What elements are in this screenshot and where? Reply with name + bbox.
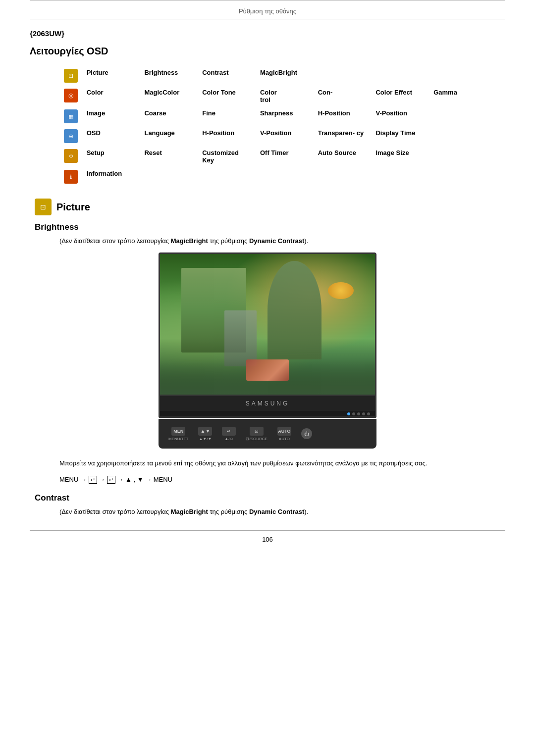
ctrl-source-symbol: ⊡ (255, 429, 259, 434)
monitor-image-container: SAMSUNG MEN MENU/TTT (30, 252, 505, 449)
ctrl-power-symbol: ⏻ (304, 431, 309, 437)
sub-brightness: Brightness (140, 66, 198, 86)
menu-label-picture: Picture (83, 66, 141, 86)
table-row: ◎ Color MagicColor Color Tone Colortrol … (59, 86, 487, 106)
enter-symbol1: ↵ (89, 476, 97, 484)
osd-icon-cell: ⊕ (59, 126, 83, 146)
tree-element2 (268, 261, 321, 359)
monitor-base-bottom (159, 411, 376, 418)
setup-icon-cell: ⚙ (59, 146, 83, 167)
setup-icon-symbol: ⚙ (69, 153, 73, 159)
sub-language: Language (140, 126, 198, 146)
picture-icon-cell: ⊡ (59, 66, 83, 86)
ctrl-arrows: ▲▼ ▲▼/▼ (198, 427, 212, 441)
picture-icon: ⊡ (64, 69, 78, 83)
monitor-screen-inner (160, 254, 375, 395)
menu-label-image: Image (83, 106, 141, 126)
picture-section-title: Picture (56, 202, 90, 213)
ctrl-enter: ↵ ▲/☺ (222, 427, 236, 441)
contrast-note: (Δεν διατίθεται στον τρόπο λειτουργίας M… (59, 508, 505, 515)
sub-transparency: Transparen- cy (314, 126, 372, 146)
image-icon-symbol: ▦ (68, 113, 73, 120)
ctrl-auto-label: AUTO (279, 437, 290, 441)
sub-reset: Reset (140, 146, 198, 167)
ctrl-power-shape: ⏻ (301, 428, 312, 439)
sub-con: Con- (314, 86, 372, 106)
enter-symbol2: ↵ (107, 476, 115, 484)
color-icon: ◎ (64, 89, 78, 102)
flowers-element (246, 359, 289, 381)
contrast-section: Contrast (Δεν διατίθεται στον τρόπο λειτ… (30, 493, 505, 515)
ctrl-menu: MEN MENU/TTT (168, 427, 188, 441)
picture-header: ⊡ Picture (35, 199, 505, 215)
sub-contrast: Contrast (198, 66, 256, 86)
table-row: ⚙ Setup Reset CustomizedKey Off Timer Au… (59, 146, 487, 167)
ctrl-auto: AUTO AUTO (277, 427, 291, 441)
model-number: {2063UW} (30, 29, 505, 38)
brightness-note: (Δεν διατίθεται στον τρόπο λειτουργίας M… (59, 237, 505, 245)
ctrl-enter-symbol: ↵ (227, 429, 231, 434)
ctrl-auto-shape: AUTO (277, 427, 291, 436)
menu-label-info: Information (83, 167, 141, 187)
table-row: ℹ Information (59, 167, 487, 187)
sub-sharpness: Sharpness (256, 106, 314, 126)
picture-section-icon-symbol: ⊡ (40, 203, 46, 211)
sub-osd-vpos: V-Position (256, 126, 314, 146)
contrast-title: Contrast (35, 493, 505, 503)
ctrl-menu-shape: MEN (171, 427, 185, 436)
menu-label-osd: OSD (83, 126, 141, 146)
osd-table: ⊡ Picture Brightness Contrast MagicBrigh… (59, 66, 487, 187)
ctrl-source-label: ⊡/SOURCE (246, 437, 267, 441)
ctrl-power: ⏻ (301, 428, 312, 439)
sub-hposition: H-Position (314, 106, 372, 126)
sub-empty2 (372, 66, 429, 86)
color-icon-symbol: ◎ (68, 92, 73, 99)
ctrl-menu-text: MEN (173, 429, 183, 434)
sub-empty1 (314, 66, 372, 86)
ctrl-enter-shape: ↵ (222, 427, 236, 436)
osd-icon: ⊕ (64, 129, 78, 143)
monitor-controls: MEN MENU/TTT ▲▼ ▲▼/▼ ↵ ▲/☺ (159, 419, 376, 449)
sub-magiccolor: MagicColor (140, 86, 198, 106)
color-icon-cell: ◎ (59, 86, 83, 106)
sub-displaytime: Display Time (372, 126, 429, 146)
ctrl-source: ⊡ ⊡/SOURCE (246, 427, 267, 441)
header-title: Ρύθμιση της οθόνης (30, 3, 505, 19)
picture-icon-symbol: ⊡ (68, 72, 73, 79)
sub-coloreffect: Color Effect (372, 86, 429, 106)
ctrl-enter-label: ▲/☺ (224, 437, 233, 441)
page-number: 106 (30, 531, 505, 548)
sub-customizedkey: CustomizedKey (198, 146, 256, 167)
magicbright-bold1: MagicBright (171, 237, 208, 245)
monitor-brand: SAMSUNG (246, 400, 290, 407)
yellow-ball (328, 282, 354, 299)
picture-section: ⊡ Picture Brightness (Δεν διατίθεται στο… (30, 199, 505, 515)
pagoda-element (224, 310, 257, 367)
sub-offtimer: Off Timer (256, 146, 314, 167)
monitor-dot1 (352, 412, 355, 415)
table-row: ▦ Image Coarse Fine Sharpness H-Position… (59, 106, 487, 126)
menu-path: MENU → ↵ → ↵ → ▲ , ▼ → MENU (59, 476, 505, 483)
monitor-dot-active (347, 412, 350, 415)
sub-imagesize: Image Size (372, 146, 429, 167)
page-container: Ρύθμιση της οθόνης {2063UW} Λειτουργίες … (0, 0, 535, 756)
table-row: ⊕ OSD Language H-Position V-Position Tra… (59, 126, 487, 146)
monitor-dot2 (357, 412, 360, 415)
table-row: ⊡ Picture Brightness Contrast MagicBrigh… (59, 66, 487, 86)
ctrl-arrows-shape: ▲▼ (198, 427, 212, 436)
sub-gamma: Gamma (429, 86, 487, 106)
sub-colortrol: Colortrol (256, 86, 314, 106)
monitor-base-top: SAMSUNG (159, 396, 376, 411)
info-icon: ℹ (64, 170, 78, 184)
sub-fine: Fine (198, 106, 256, 126)
setup-icon: ⚙ (64, 149, 78, 163)
monitor-screen (159, 252, 376, 396)
ctrl-arrows-label: ▲▼/▼ (199, 437, 212, 441)
ctrl-auto-text: AUTO (278, 429, 290, 434)
top-divider (30, 19, 505, 19)
section-title-greek: Λειτουργίες OSD (30, 46, 505, 57)
dynamic-contrast-bold1: Dynamic Contrast (249, 237, 304, 245)
sub-vposition: V-Position (372, 106, 429, 126)
sub-autosource: Auto Source (314, 146, 372, 167)
sub-colortone: Color Tone (198, 86, 256, 106)
